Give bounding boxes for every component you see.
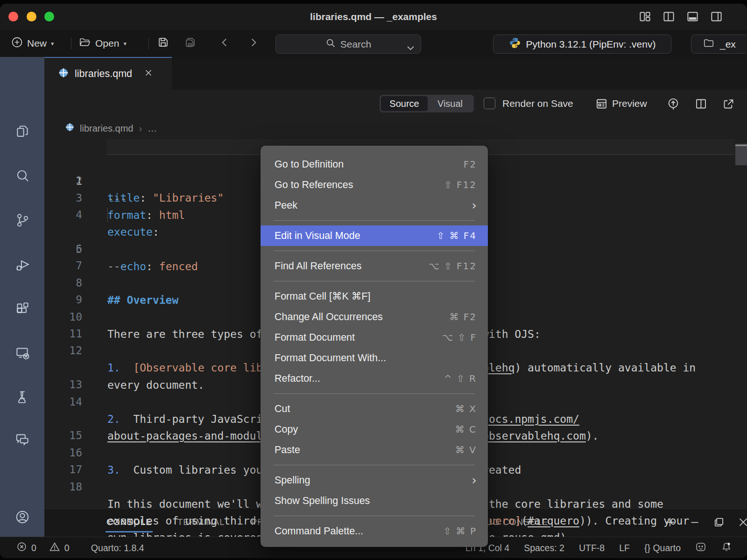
title-bar: libraries.qmd — _examples xyxy=(0,4,747,30)
source-visual-toggle: Source Visual xyxy=(380,95,474,112)
publish-icon[interactable] xyxy=(667,98,680,112)
breadcrumb: libraries.qmd › … xyxy=(44,118,747,139)
divider xyxy=(148,38,149,49)
submenu-chevron-icon: › xyxy=(472,201,477,210)
source-mode-button[interactable]: Source xyxy=(381,96,428,111)
menu-item-edit-in-visual-mode[interactable]: Edit in Visual Mode⇧ ⌘ F4 xyxy=(261,225,488,246)
open-in-new-window-icon[interactable] xyxy=(722,98,735,112)
remote-console-icon[interactable] xyxy=(14,344,31,361)
close-panel-icon[interactable] xyxy=(737,516,747,530)
warnings-count[interactable]: 0 xyxy=(64,543,70,553)
menu-item-refactor[interactable]: Refactor...^ ⇧ R xyxy=(261,368,488,389)
window-title: libraries.qmd — _examples xyxy=(0,4,747,30)
preview-label[interactable]: Preview xyxy=(612,90,647,118)
notifications-bell-icon[interactable] xyxy=(721,541,732,555)
toggle-sidebar-icon[interactable] xyxy=(662,10,675,23)
chevron-down-icon[interactable] xyxy=(407,42,414,53)
menu-item-show-spelling-issues[interactable]: Show Spelling Issues xyxy=(261,490,488,511)
save-all-button[interactable] xyxy=(184,30,197,57)
menu-item-go-to-references[interactable]: Go to References⇧ F12 xyxy=(261,175,488,195)
project-selector[interactable]: _ex xyxy=(691,35,747,54)
visual-mode-button[interactable]: Visual xyxy=(428,98,472,109)
save-button[interactable] xyxy=(157,30,169,57)
language-mode[interactable]: {} Quarto xyxy=(644,543,681,553)
quarto-file-icon xyxy=(65,123,74,134)
open-button[interactable]: Open▾ xyxy=(78,30,127,57)
plus-circle-icon xyxy=(11,36,23,50)
menu-item-cut[interactable]: Cut⌘ X xyxy=(261,399,488,419)
quarto-version[interactable]: Quarto: 1.8.4 xyxy=(91,543,144,553)
menu-separator xyxy=(261,511,488,521)
divider xyxy=(71,38,71,49)
breadcrumb-separator: › xyxy=(139,123,142,134)
restore-panel-icon[interactable] xyxy=(713,516,725,530)
menu-item-format-document-with[interactable]: Format Document With... xyxy=(261,348,488,368)
source-control-icon[interactable] xyxy=(14,212,31,229)
menu-item-copy[interactable]: Copy⌘ C xyxy=(261,419,488,440)
submenu-chevron-icon: › xyxy=(472,476,477,485)
testing-beaker-icon[interactable] xyxy=(14,389,31,406)
menu-item-find-all-references[interactable]: Find All References⌥ ⇧ F12 xyxy=(261,256,488,276)
menu-separator xyxy=(261,276,488,286)
editor-tab-strip: libraries.qmd xyxy=(44,57,747,90)
menu-item-format-cell[interactable]: Format Cell [⌘K ⌘F] xyxy=(261,286,488,307)
search-icon xyxy=(325,38,336,50)
breadcrumb-more[interactable]: … xyxy=(148,123,157,134)
main-toolbar: New▾ Open▾ Search Python 3.12.1 (PipEnv:… xyxy=(0,30,747,57)
editor-actions: Source Visual Render on Save Preview ⋯ xyxy=(44,90,747,118)
navigate-forward-button[interactable] xyxy=(247,30,260,57)
customize-layout-icon[interactable] xyxy=(639,10,651,23)
menu-separator xyxy=(261,246,488,256)
overview-ruler-cursor-mark xyxy=(735,145,747,146)
run-debug-icon[interactable] xyxy=(14,256,31,273)
search-icon[interactable] xyxy=(14,168,31,184)
chevron-down-icon: ▾ xyxy=(51,40,54,47)
chevron-right-icon xyxy=(247,36,260,51)
breadcrumb-file[interactable]: libraries.qmd xyxy=(80,123,133,134)
activity-bar xyxy=(0,57,44,537)
comments-icon[interactable] xyxy=(14,431,31,448)
chevron-down-icon: ▾ xyxy=(123,40,127,47)
editor-scrollbar[interactable] xyxy=(735,144,747,165)
folder-open-icon xyxy=(78,36,91,51)
new-button[interactable]: New▾ xyxy=(11,30,54,57)
extensions-icon[interactable] xyxy=(14,300,31,317)
menu-item-change-all-occurrences[interactable]: Change All Occurrences⌘ F2 xyxy=(261,307,488,327)
menu-item-peek[interactable]: Peek› xyxy=(261,195,488,216)
eol[interactable]: LF xyxy=(619,543,630,553)
menu-item-spelling[interactable]: Spelling› xyxy=(261,470,488,490)
folder-icon xyxy=(703,37,715,51)
menu-item-go-to-definition[interactable]: Go to DefinitionF2 xyxy=(261,154,488,175)
toggle-panel-icon[interactable] xyxy=(686,10,699,23)
encoding[interactable]: UTF-8 xyxy=(579,543,605,553)
indentation[interactable]: Spaces: 2 xyxy=(524,543,564,553)
interpreter-selector[interactable]: Python 3.12.1 (PipEnv: .venv) xyxy=(493,35,671,54)
split-editor-icon[interactable] xyxy=(695,98,707,112)
menu-item-paste[interactable]: Paste⌘ V xyxy=(261,440,488,460)
tab-libraries-qmd[interactable]: libraries.qmd xyxy=(44,57,172,90)
chevron-left-icon xyxy=(218,36,231,51)
menu-separator xyxy=(261,460,488,470)
search-input[interactable]: Search xyxy=(275,35,421,54)
save-all-icon xyxy=(184,36,197,51)
save-icon xyxy=(157,36,169,51)
context-menu: Go to DefinitionF2 Go to References⇧ F12… xyxy=(261,146,488,547)
menu-item-command-palette[interactable]: Command Palette...⇧ ⌘ P xyxy=(261,521,488,541)
feedback-smiley-icon[interactable] xyxy=(695,541,706,555)
preview-icon[interactable] xyxy=(595,98,608,112)
account-icon[interactable] xyxy=(14,509,31,525)
navigate-back-button[interactable] xyxy=(218,30,231,57)
errors-count[interactable]: 0 xyxy=(31,543,36,553)
minimize-panel-icon[interactable] xyxy=(689,516,701,530)
menu-separator xyxy=(261,389,488,399)
errors-icon[interactable] xyxy=(17,542,27,554)
app-window: libraries.qmd — _examples New▾ Open▾ xyxy=(0,4,747,558)
menu-item-format-document[interactable]: Format Document⌥ ⇧ F xyxy=(261,327,488,348)
menu-separator xyxy=(261,216,488,225)
toggle-secondary-sidebar-icon[interactable] xyxy=(710,10,723,23)
screen: libraries.qmd — _examples New▾ Open▾ xyxy=(0,0,747,560)
close-tab-icon[interactable] xyxy=(145,69,152,78)
render-on-save-checkbox[interactable] xyxy=(484,98,495,109)
warnings-icon[interactable] xyxy=(49,542,60,554)
explorer-icon[interactable] xyxy=(14,123,31,140)
